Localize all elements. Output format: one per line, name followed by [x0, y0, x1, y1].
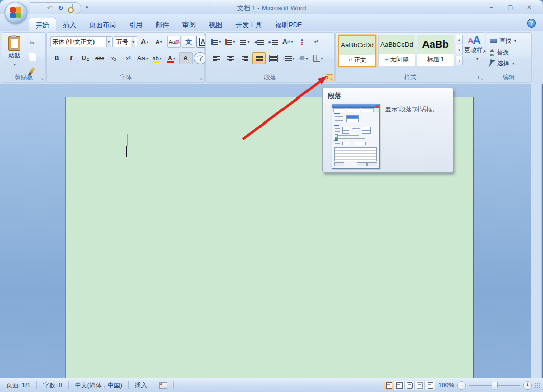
style-no-spacing[interactable]: AaBbCcDd ↵无间隔: [378, 35, 415, 66]
align-left-button[interactable]: [209, 52, 223, 64]
change-case-button[interactable]: Aa: [136, 52, 150, 64]
resize-grip[interactable]: [535, 383, 540, 388]
styles-dialog-launcher[interactable]: ↘: [477, 75, 483, 81]
subscript-button[interactable]: x₂: [107, 52, 121, 64]
print-preview-button[interactable]: [67, 4, 77, 13]
find-button[interactable]: 查找: [490, 37, 516, 45]
tab-insert[interactable]: 插入: [56, 18, 83, 31]
print-layout-view-button[interactable]: [384, 381, 394, 390]
shrink-font-button[interactable]: A▼: [153, 36, 166, 48]
justify-button[interactable]: [252, 52, 266, 64]
language-indicator[interactable]: 中文(简体，中国): [69, 381, 128, 390]
numbering-button[interactable]: [224, 36, 237, 48]
maximize-button[interactable]: ▢: [503, 3, 517, 12]
style-normal[interactable]: AaBbCcDd ↵正文: [338, 35, 376, 67]
zoom-out-button[interactable]: –: [457, 381, 466, 390]
enclose-characters-button[interactable]: 字: [194, 52, 207, 64]
increase-indent-button[interactable]: ▶: [267, 36, 280, 48]
tab-review[interactable]: 审阅: [176, 18, 202, 31]
superscript-button[interactable]: x²: [122, 52, 135, 64]
group-font: 宋体 (中文正文)▾ 五号▾ A▲ A▼ Aa 文 A B I U abc x₂…: [46, 32, 205, 83]
paragraph-dialog-launcher[interactable]: ↘: [326, 74, 333, 81]
distribute-button[interactable]: [267, 52, 280, 64]
paste-button[interactable]: 粘贴: [5, 35, 23, 72]
highlight-button[interactable]: ab: [151, 52, 164, 64]
help-button[interactable]: ?: [527, 19, 536, 28]
redo-button[interactable]: ↻: [56, 4, 65, 13]
tab-references[interactable]: 引用: [123, 18, 149, 31]
select-button[interactable]: 选择: [490, 59, 514, 68]
grow-font-button[interactable]: A▲: [138, 36, 152, 48]
web-layout-view-button[interactable]: [405, 381, 415, 390]
font-color-button[interactable]: A: [165, 52, 178, 64]
word-count[interactable]: 字数: 0: [37, 381, 68, 390]
clipboard-dialog-launcher[interactable]: ↘: [38, 75, 44, 81]
phonetic-guide-button[interactable]: 文: [182, 36, 195, 48]
borders-button[interactable]: [312, 52, 325, 64]
decrease-indent-button[interactable]: ◀: [252, 36, 266, 48]
multilevel-list-button[interactable]: [238, 36, 251, 48]
tab-mailings[interactable]: 邮件: [149, 18, 176, 31]
paste-dropdown[interactable]: [5, 60, 23, 67]
tab-page-layout[interactable]: 页面布局: [83, 18, 123, 31]
styles-scroll-down[interactable]: ▼: [456, 45, 463, 55]
styles-scroll-up[interactable]: ▲: [456, 35, 463, 44]
borders-icon: [313, 55, 320, 62]
align-center-button[interactable]: [224, 52, 237, 64]
save-button[interactable]: [34, 4, 43, 13]
cut-button[interactable]: ✂: [26, 37, 39, 49]
underline-button[interactable]: U: [79, 52, 92, 64]
office-button[interactable]: [5, 2, 27, 24]
copy-button[interactable]: [26, 51, 39, 63]
bullets-button[interactable]: [209, 36, 223, 48]
zoom-in-button[interactable]: +: [523, 381, 532, 390]
paragraph-group-label: 段落: [206, 73, 334, 82]
character-shading-button[interactable]: A: [179, 52, 193, 64]
font-group-label: 字体: [47, 73, 204, 82]
group-clipboard: 粘贴 ✂ 剪贴板 ↘: [2, 32, 46, 83]
styles-gallery-scroll: ▲ ▼ ⇓: [456, 35, 463, 65]
asian-layout-button[interactable]: A⇄: [281, 36, 295, 48]
italic-button[interactable]: I: [64, 52, 78, 64]
fullscreen-reading-view-button[interactable]: [394, 381, 405, 390]
font-name-combo[interactable]: 宋体 (中文正文)▾: [50, 36, 113, 47]
undo-button[interactable]: ↶: [45, 4, 54, 13]
zoom-slider[interactable]: [469, 385, 520, 386]
replace-button[interactable]: abac替换: [490, 48, 509, 57]
tab-view[interactable]: 视图: [202, 18, 229, 31]
minimize-button[interactable]: –: [484, 3, 499, 12]
page-indicator[interactable]: 页面: 1/1: [0, 381, 36, 390]
line-spacing-button[interactable]: ↕: [281, 52, 296, 64]
shading-button[interactable]: [297, 52, 311, 64]
customize-qat-button[interactable]: ▾: [86, 5, 88, 10]
strikethrough-button[interactable]: abc: [93, 52, 106, 64]
mini-dialog-titlebar: [332, 104, 379, 108]
insert-mode-indicator[interactable]: 插入: [129, 381, 153, 390]
bullets-icon: [211, 39, 218, 45]
tab-developer[interactable]: 开发工具: [229, 18, 269, 31]
outline-view-icon: [417, 382, 423, 389]
tab-foxit-pdf[interactable]: 福昕PDF: [269, 18, 309, 31]
style-preview: AaBb: [417, 35, 454, 54]
zoom-level[interactable]: 100%: [438, 382, 454, 389]
select-icon: [489, 59, 495, 68]
font-dialog-launcher[interactable]: ↘: [197, 75, 203, 81]
outline-view-button[interactable]: [415, 381, 425, 390]
decrease-indent-icon: [257, 39, 264, 45]
close-button[interactable]: ✕: [522, 3, 536, 12]
font-size-combo[interactable]: 五号▾: [114, 36, 137, 47]
style-heading1[interactable]: AaBb 标题 1: [417, 35, 454, 66]
align-right-button[interactable]: [238, 52, 251, 64]
bold-button[interactable]: B: [50, 52, 63, 64]
draft-view-button[interactable]: [425, 381, 435, 390]
tab-home[interactable]: 开始: [29, 18, 56, 31]
print-layout-icon: [386, 382, 392, 389]
macro-record-button[interactable]: [153, 382, 173, 389]
style-preview: AaBbCcDd: [379, 35, 415, 54]
change-styles-button[interactable]: AA 更改样式: [464, 35, 489, 62]
show-hide-marks-button[interactable]: ↵: [310, 36, 323, 48]
zoom-slider-thumb[interactable]: [492, 382, 498, 390]
styles-gallery-more[interactable]: ⇓: [456, 56, 463, 65]
clear-formatting-button[interactable]: Aa: [167, 36, 181, 48]
sort-button[interactable]: AZ: [296, 36, 309, 48]
